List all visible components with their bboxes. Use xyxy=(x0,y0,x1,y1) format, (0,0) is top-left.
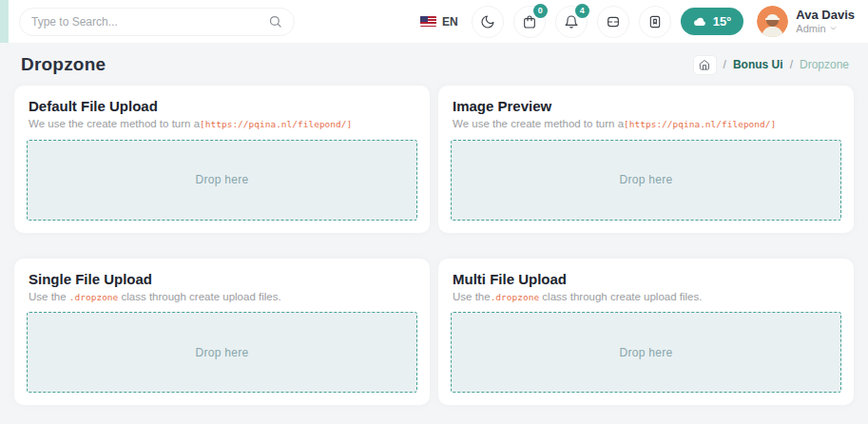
wallet-button[interactable] xyxy=(597,6,629,38)
cart-button[interactable]: 0 xyxy=(513,6,546,38)
card-description: Use the .dropzone class through create u… xyxy=(29,290,417,305)
notification-badge: 4 xyxy=(575,4,589,18)
language-label: EN xyxy=(442,15,458,29)
card-description: We use the create method to turn a[https… xyxy=(453,117,841,132)
card-desc-text: We use the create method to turn a xyxy=(453,118,624,129)
card-default-file-upload: Default File Upload We use the create me… xyxy=(14,86,430,233)
cards-grid: Default File Upload We use the create me… xyxy=(0,86,868,405)
shopping-bag-icon xyxy=(522,14,537,29)
card-description: Use the.dropzone class through create up… xyxy=(453,290,841,305)
breadcrumb-item-bonus-ui[interactable]: Bonus Ui xyxy=(733,58,783,71)
card-single-file-upload: Single File Upload Use the .dropzone cla… xyxy=(14,259,430,406)
card-title: Multi File Upload xyxy=(453,271,841,287)
weather-temperature: 15° xyxy=(713,14,732,29)
card-multi-file-upload: Multi File Upload Use the.dropzone class… xyxy=(438,259,854,406)
dark-mode-toggle[interactable] xyxy=(472,6,504,38)
page-header-row: Dropzone / Bonus Ui / Dropzone xyxy=(0,43,868,86)
chevron-down-icon xyxy=(829,24,838,32)
dropzone-multi-file[interactable]: Drop here xyxy=(451,312,841,393)
bookmark-icon xyxy=(647,14,663,29)
card-desc-text: We use the create method to turn a xyxy=(29,118,200,129)
weather-widget[interactable]: 15° xyxy=(681,8,744,35)
user-role: Admin xyxy=(796,23,837,35)
dropzone-single-file[interactable]: Drop here xyxy=(27,312,417,393)
card-image-preview: Image Preview We use the create method t… xyxy=(438,86,854,233)
card-desc-text: Use the xyxy=(453,291,491,302)
cart-badge: 0 xyxy=(533,4,548,18)
inline-code: .dropzone xyxy=(491,292,539,302)
inline-code: .dropzone xyxy=(69,292,118,302)
card-description: We use the create method to turn a[https… xyxy=(29,117,417,132)
breadcrumb-separator: / xyxy=(790,58,793,71)
notifications-button[interactable]: 4 xyxy=(555,6,588,38)
card-desc-text: class through create upload files. xyxy=(118,291,280,302)
card-title: Default File Upload xyxy=(29,98,417,114)
dropzone-label: Drop here xyxy=(195,173,248,186)
user-meta: Ava Davis Admin xyxy=(796,9,855,35)
cloud-icon xyxy=(693,14,707,29)
breadcrumb-item-current: Dropzone xyxy=(800,58,849,71)
page-title: Dropzone xyxy=(21,54,106,75)
bell-icon xyxy=(564,14,579,29)
dropzone-label: Drop here xyxy=(619,173,672,186)
inline-code: [https://pqina.nl/filepond/] xyxy=(624,119,776,129)
us-flag-icon xyxy=(420,16,436,27)
search-bar[interactable] xyxy=(19,8,295,36)
user-name: Ava Davis xyxy=(796,9,855,23)
dropzone-default[interactable]: Drop here xyxy=(27,140,417,221)
breadcrumb-separator: / xyxy=(723,58,726,71)
dropzone-label: Drop here xyxy=(619,346,672,359)
top-header: EN 0 4 xyxy=(0,0,868,43)
language-selector[interactable]: EN xyxy=(420,15,458,29)
avatar xyxy=(757,6,788,37)
card-title: Single File Upload xyxy=(29,271,417,287)
dropzone-image-preview[interactable]: Drop here xyxy=(451,140,841,221)
wallet-icon xyxy=(606,14,621,29)
inline-code: [https://pqina.nl/filepond/] xyxy=(200,119,352,129)
breadcrumb: / Bonus Ui / Dropzone xyxy=(693,55,849,75)
home-icon xyxy=(699,59,710,70)
search-icon[interactable] xyxy=(268,14,282,29)
card-desc-text: Use the xyxy=(29,291,69,302)
bookmark-button[interactable] xyxy=(639,6,671,38)
user-role-label: Admin xyxy=(796,23,825,35)
breadcrumb-home-button[interactable] xyxy=(693,55,717,75)
search-input[interactable] xyxy=(31,15,268,29)
user-menu[interactable]: Ava Davis Admin xyxy=(757,6,855,37)
card-desc-text: class through create upload files. xyxy=(539,291,702,302)
card-title: Image Preview xyxy=(453,98,841,114)
sidebar-edge xyxy=(0,0,9,43)
moon-icon xyxy=(480,14,495,29)
header-actions: EN 0 4 xyxy=(420,6,855,38)
dropzone-label: Drop here xyxy=(195,346,248,359)
